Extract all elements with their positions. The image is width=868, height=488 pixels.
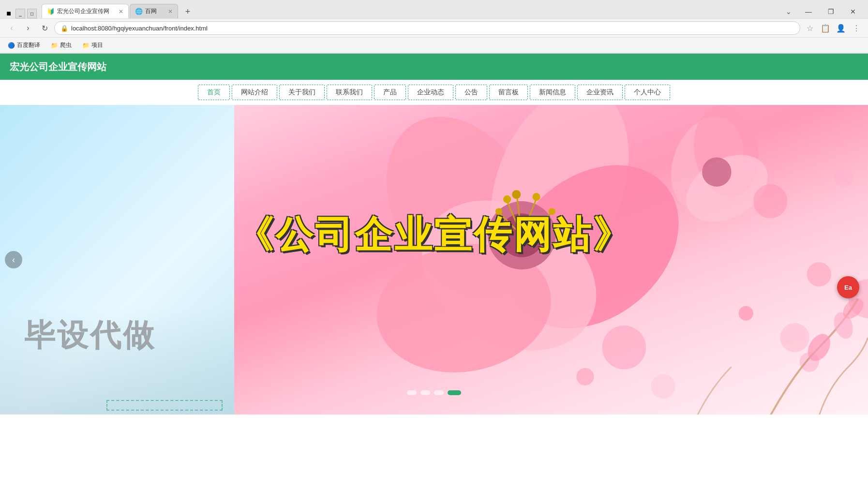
close-btn[interactable]: ✕	[842, 5, 864, 18]
bottom-dashed-selection	[106, 400, 223, 411]
float-action-button[interactable]: Ea	[837, 276, 859, 298]
reload-button[interactable]: ↻	[38, 21, 51, 35]
restore-btn[interactable]: ❐	[820, 5, 842, 18]
slide-dot-4[interactable]	[448, 390, 461, 395]
address-bar-actions: ☆ 📋 👤 ⋮	[803, 21, 863, 35]
nav-item-home[interactable]: 首页	[198, 85, 230, 100]
address-bar[interactable]: 🔒 localhost:8080/hgqiyexuanchuan/front/i…	[54, 21, 800, 35]
search-expand[interactable]: ⌄	[780, 5, 797, 18]
star-button[interactable]: ☆	[803, 21, 817, 35]
bookmark-icon-translate: 🔵	[8, 42, 15, 49]
site-title: 宏光公司企业宣传网站	[10, 60, 106, 74]
slide-dots	[407, 390, 461, 395]
browser-chrome: ■ _ □ 🔰 宏光公司企业宣传网 ✕ 🌐 百网 ✕ + ⌄ — ❐ ✕ ‹ ›	[0, 0, 868, 54]
float-btn-label: Ea	[844, 284, 852, 291]
minimize-btn[interactable]: —	[797, 5, 820, 18]
back-button[interactable]: ‹	[5, 21, 18, 35]
address-bar-row: ‹ › ↻ 🔒 localhost:8080/hgqiyexuanchuan/f…	[0, 18, 868, 38]
nav-item-news[interactable]: 新闻信息	[530, 85, 575, 100]
tab1-close[interactable]: ✕	[119, 8, 123, 15]
hero-main-text: 《公司企业宣传网站》	[236, 209, 632, 260]
hero-section: 《公司企业宣传网站》 毕设代做 ‹ Ea	[0, 105, 868, 414]
menu-button[interactable]: ⋮	[850, 21, 863, 35]
nav-item-about[interactable]: 关于我们	[279, 85, 325, 100]
bookmark-icon-spider: 📁	[51, 42, 58, 49]
nav-item-intro[interactable]: 网站介绍	[232, 85, 277, 100]
slide-dot-3[interactable]	[434, 390, 444, 395]
nav-item-contact[interactable]: 联系我们	[327, 85, 372, 100]
site-header: 宏光公司企业宣传网站	[0, 54, 868, 80]
minimize-system[interactable]: _	[15, 9, 25, 18]
nav-item-products[interactable]: 产品	[374, 85, 406, 100]
bookmark-project[interactable]: 📁 项目	[79, 40, 106, 50]
window-controls: ⌄ — ❐ ✕	[780, 5, 864, 18]
hero-sub-text: 毕设代做	[24, 314, 156, 356]
forward-button[interactable]: ›	[21, 21, 35, 35]
tab-baiwang[interactable]: 🌐 百网 ✕	[130, 4, 178, 18]
maximize-system[interactable]: □	[27, 9, 37, 18]
secure-icon: 🔒	[60, 25, 68, 32]
bookmark-label-project: 项目	[91, 41, 103, 49]
prev-arrow-icon: ‹	[12, 255, 15, 265]
profile-button[interactable]: 👤	[834, 21, 848, 35]
bookmark-baidu-translate[interactable]: 🔵 百度翻译	[5, 40, 43, 50]
tab2-favicon: 🌐	[135, 8, 143, 15]
bookmarks-bar: 🔵 百度翻译 📁 爬虫 📁 项目	[0, 38, 868, 53]
bookmark-label-spider: 爬虫	[60, 41, 72, 49]
tab-bar: ■ _ □ 🔰 宏光公司企业宣传网 ✕ 🌐 百网 ✕ + ⌄ — ❐ ✕	[0, 0, 868, 18]
bookmark-spider[interactable]: 📁 爬虫	[48, 40, 75, 50]
tab1-favicon: 🔰	[47, 8, 55, 15]
website-content: 宏光公司企业宣传网站 首页 网站介绍 关于我们 联系我们 产品 企业动态 公告 …	[0, 54, 868, 414]
address-text: localhost:8080/hgqiyexuanchuan/front/ind…	[71, 25, 208, 32]
slide-dot-2[interactable]	[420, 390, 430, 395]
bookmark-label-translate: 百度翻译	[17, 41, 40, 49]
nav-item-dynamics[interactable]: 企业动态	[408, 85, 453, 100]
tab2-label: 百网	[145, 7, 157, 15]
nav-item-announcement[interactable]: 公告	[455, 85, 487, 100]
extension-button[interactable]: 📋	[819, 21, 832, 35]
system-icon: ■	[4, 9, 14, 18]
nav-item-guestbook[interactable]: 留言板	[489, 85, 528, 100]
nav-items: 首页 网站介绍 关于我们 联系我们 产品 企业动态 公告 留言板 新闻信息 企业…	[197, 85, 671, 100]
tab-homepage[interactable]: 🔰 宏光公司企业宣传网 ✕	[42, 4, 129, 18]
new-tab-button[interactable]: +	[181, 5, 195, 18]
slide-prev-button[interactable]: ‹	[5, 251, 22, 268]
bookmark-icon-project: 📁	[82, 42, 90, 49]
nav-item-personal-center[interactable]: 个人中心	[625, 85, 670, 100]
tab1-label: 宏光公司企业宣传网	[57, 7, 109, 15]
tab2-close[interactable]: ✕	[168, 8, 173, 15]
nav-item-corporate-info[interactable]: 企业资讯	[577, 85, 623, 100]
nav-bar: 首页 网站介绍 关于我们 联系我们 产品 企业动态 公告 留言板 新闻信息 企业…	[0, 80, 868, 105]
slide-dot-1[interactable]	[407, 390, 417, 395]
